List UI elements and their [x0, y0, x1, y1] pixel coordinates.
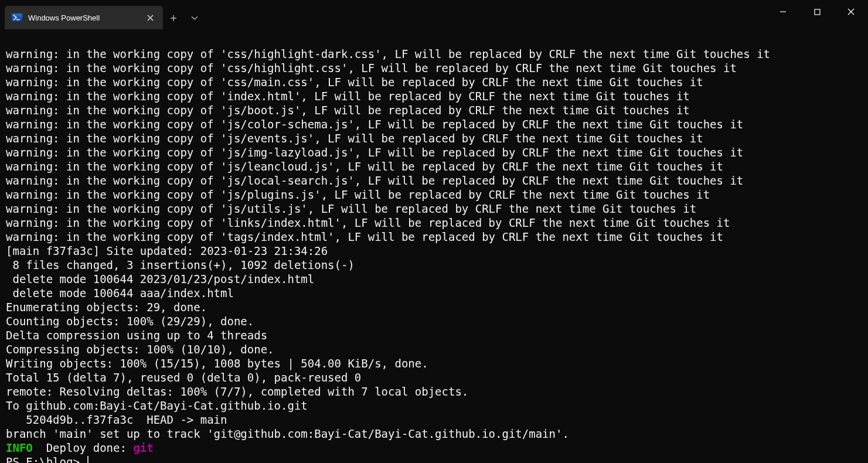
- tab-powershell[interactable]: Windows PowerShell: [5, 6, 163, 29]
- svg-rect-8: [815, 9, 820, 15]
- maximize-button[interactable]: [800, 0, 834, 23]
- output-line: delete mode 100644 2023/01/23/post/index…: [6, 272, 862, 286]
- output-line: warning: in the working copy of 'js/colo…: [6, 117, 862, 131]
- cursor: [87, 456, 88, 463]
- output-line: Writing objects: 100% (15/15), 1008 byte…: [6, 356, 862, 370]
- close-window-button[interactable]: [834, 0, 868, 23]
- output-line: To github.com:Bayi-Cat/Bayi-Cat.github.i…: [6, 399, 862, 413]
- output-line: [main f37fa3c] Site updated: 2023-01-23 …: [6, 244, 862, 258]
- maximize-icon: [814, 9, 821, 15]
- output-line: Delta compression using up to 4 threads: [6, 328, 862, 342]
- svg-rect-1: [12, 13, 22, 22]
- tab-close-button[interactable]: [143, 11, 157, 25]
- window-controls: [766, 0, 868, 23]
- info-label: INFO: [6, 441, 39, 454]
- tabs-area: Windows PowerShell: [0, 0, 766, 29]
- terminal-output[interactable]: warning: in the working copy of 'css/hig…: [0, 29, 868, 463]
- titlebar: Windows PowerShell: [0, 0, 868, 29]
- output-line: Compressing objects: 100% (10/10), done.: [6, 342, 862, 356]
- output-line: warning: in the working copy of 'css/mai…: [6, 75, 862, 89]
- output-line: warning: in the working copy of 'js/even…: [6, 131, 862, 145]
- info-text: Deploy done:: [39, 441, 133, 454]
- output-line: warning: in the working copy of 'js/loca…: [6, 173, 862, 188]
- output-line: branch 'main' set up to track 'git@githu…: [6, 427, 862, 441]
- close-icon: [847, 8, 855, 15]
- output-line: warning: in the working copy of 'js/img-…: [6, 145, 862, 159]
- output-line: Total 15 (delta 7), reused 0 (delta 0), …: [6, 370, 862, 384]
- output-line: warning: in the working copy of 'links/i…: [6, 216, 862, 230]
- output-line: warning: in the working copy of 'js/lean…: [6, 159, 862, 173]
- minimize-icon: [780, 8, 787, 15]
- output-line: 5204d9b..f37fa3c HEAD -> main: [6, 413, 862, 427]
- output-line: remote: Resolving deltas: 100% (7/7), co…: [6, 384, 862, 399]
- output-line: warning: in the working copy of 'js/plug…: [6, 188, 862, 202]
- chevron-down-icon: [191, 16, 198, 21]
- output-line: Enumerating objects: 29, done.: [6, 300, 862, 314]
- info-line: INFO Deploy done: git: [6, 441, 862, 455]
- powershell-icon: [12, 12, 22, 23]
- output-line: warning: in the working copy of 'css/hig…: [6, 47, 862, 61]
- plus-icon: [170, 15, 177, 22]
- output-line: delete mode 100644 aaa/index.html: [6, 286, 862, 300]
- output-line: warning: in the working copy of 'js/util…: [6, 202, 862, 216]
- info-target: git: [133, 441, 153, 454]
- new-tab-button[interactable]: [163, 8, 184, 29]
- close-icon: [147, 15, 154, 21]
- output-line: warning: in the working copy of 'tags/in…: [6, 230, 862, 244]
- output-line: warning: in the working copy of 'index.h…: [6, 89, 862, 103]
- minimize-button[interactable]: [766, 0, 800, 23]
- tab-title: Windows PowerShell: [28, 13, 137, 22]
- output-line: 8 files changed, 3 insertions(+), 1092 d…: [6, 258, 862, 272]
- prompt-line[interactable]: PS E:\blog>: [6, 455, 862, 463]
- tab-dropdown-button[interactable]: [184, 8, 205, 29]
- output-line: Counting objects: 100% (29/29), done.: [6, 314, 862, 328]
- prompt-text: PS E:\blog>: [6, 455, 86, 463]
- output-line: warning: in the working copy of 'js/boot…: [6, 103, 862, 117]
- output-line: warning: in the working copy of 'css/hig…: [6, 61, 862, 75]
